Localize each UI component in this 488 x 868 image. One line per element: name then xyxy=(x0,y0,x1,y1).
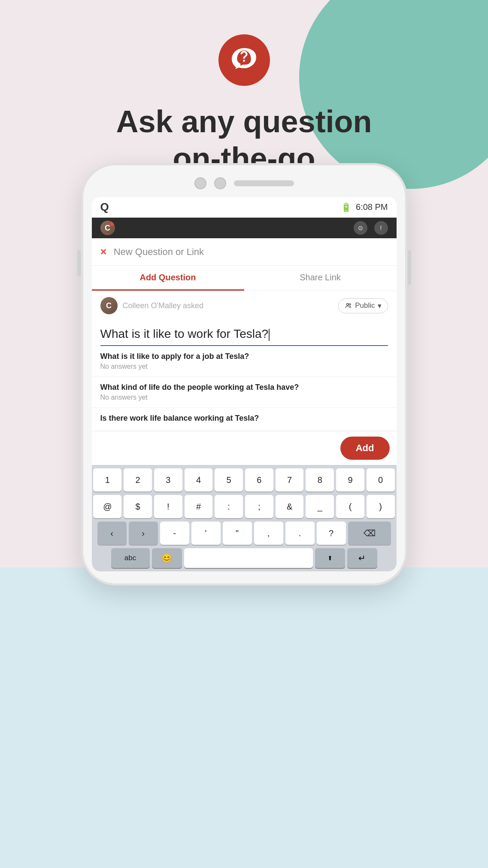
user-avatar-initials: C xyxy=(100,297,118,314)
key-mic-icon[interactable]: ⬆ xyxy=(315,548,345,568)
audience-chevron-icon: ▾ xyxy=(378,301,382,310)
keyboard-row-bottom: abc 😊 ⬆ ↵ xyxy=(94,548,395,568)
key-0[interactable]: 0 xyxy=(367,468,395,492)
background-light-blue xyxy=(0,568,488,868)
nav-search-icon[interactable]: ⊙ xyxy=(354,221,367,235)
suggestion-item-2[interactable]: Is there work life balance working at Te… xyxy=(92,408,397,431)
user-row: C Colleen O'Malley asked Public ▾ xyxy=(92,291,397,320)
audience-selector[interactable]: Public ▾ xyxy=(338,298,388,313)
key-emoji[interactable]: 😊 xyxy=(152,548,182,568)
key-dash[interactable]: - xyxy=(160,522,189,545)
key-ampersand[interactable]: & xyxy=(276,495,304,518)
key-exclaim[interactable]: ! xyxy=(154,495,182,518)
nav-alert-icon[interactable]: ! xyxy=(374,221,388,235)
key-left-arrow[interactable]: ‹ xyxy=(97,522,127,545)
key-openparen[interactable]: ( xyxy=(336,495,364,518)
battery-icon: 🔋 xyxy=(341,202,352,212)
question-input-value: What is it like to work for Tesla? xyxy=(100,327,269,340)
phone-screen: Q 🔋 6:08 PM C ⊙ ! × New Question or xyxy=(92,197,397,571)
suggestion-item-1[interactable]: What kind of life do the people working … xyxy=(92,377,397,408)
add-button[interactable]: Add xyxy=(340,437,390,460)
key-5[interactable]: 5 xyxy=(215,468,243,492)
key-question[interactable]: ? xyxy=(317,522,346,545)
tab-add-question[interactable]: Add Question xyxy=(92,266,244,291)
key-6[interactable]: 6 xyxy=(245,468,273,492)
keyboard-row-punct: ‹ › - ' " , . ? ⌫ xyxy=(94,522,395,545)
phone-body: Q 🔋 6:08 PM C ⊙ ! × New Question or xyxy=(81,163,407,586)
key-enter[interactable]: ↵ xyxy=(347,548,377,568)
keyboard-row-numbers: 1 2 3 4 5 6 7 8 9 0 xyxy=(94,468,395,492)
key-7[interactable]: 7 xyxy=(276,468,304,492)
key-underscore[interactable]: _ xyxy=(306,495,334,518)
app-nav-bar: C ⊙ ! xyxy=(92,218,397,238)
phone-camera-2 xyxy=(214,177,226,189)
key-quote[interactable]: " xyxy=(223,522,252,545)
phone-top-bar xyxy=(92,177,397,189)
phone-device: Q 🔋 6:08 PM C ⊙ ! × New Question or xyxy=(81,163,407,586)
phone-side-button-left xyxy=(77,250,81,276)
key-9[interactable]: 9 xyxy=(336,468,364,492)
user-name: Colleen O'Malley xyxy=(123,301,181,310)
key-8[interactable]: 8 xyxy=(306,468,334,492)
tabs-row: Add Question Share Link xyxy=(92,266,397,291)
audience-icon xyxy=(345,302,352,310)
app-logo: Q xyxy=(100,200,109,214)
status-time: 6:08 PM xyxy=(356,202,388,212)
svg-point-0 xyxy=(347,303,349,306)
key-at[interactable]: @ xyxy=(93,495,121,518)
key-closeparen[interactable]: ) xyxy=(367,495,395,518)
bottom-input-bar: Add xyxy=(92,431,397,465)
tab-share-link[interactable]: Share Link xyxy=(244,266,397,291)
headline-line1: Ask any question xyxy=(116,104,372,139)
key-hash[interactable]: # xyxy=(185,495,213,518)
suggestion-meta-0: No answers yet xyxy=(100,363,388,370)
header-section: Ask any question on-the-go xyxy=(0,0,488,177)
nav-user-avatar[interactable]: C xyxy=(100,221,115,235)
question-bubble-icon xyxy=(230,46,258,74)
question-icon-circle xyxy=(218,34,270,86)
key-semicolon[interactable]: ; xyxy=(245,495,273,518)
text-cursor xyxy=(269,329,270,341)
key-dollar[interactable]: $ xyxy=(124,495,152,518)
key-3[interactable]: 3 xyxy=(154,468,182,492)
close-button[interactable]: × xyxy=(100,245,107,258)
suggestion-question-0: What is it like to apply for a job at Te… xyxy=(100,352,388,361)
phone-speaker xyxy=(234,180,294,186)
suggestion-meta-1: No answers yet xyxy=(100,394,388,401)
user-asked-suffix: asked xyxy=(183,301,203,310)
suggestion-list: What is it like to apply for a job at Te… xyxy=(92,346,397,431)
key-apostrophe[interactable]: ' xyxy=(191,522,221,545)
user-asked-label: Colleen O'Malley asked xyxy=(123,301,333,310)
status-bar: Q 🔋 6:08 PM xyxy=(92,197,397,218)
key-1[interactable]: 1 xyxy=(93,468,121,492)
phone-side-button-right xyxy=(408,250,411,285)
key-4[interactable]: 4 xyxy=(185,468,213,492)
suggestion-question-2: Is there work life balance working at Te… xyxy=(100,414,388,423)
key-period[interactable]: . xyxy=(285,522,315,545)
avatar-img: C xyxy=(100,221,115,235)
key-colon[interactable]: : xyxy=(215,495,243,518)
svg-point-1 xyxy=(349,303,351,305)
nav-icons: ⊙ ! xyxy=(354,221,388,235)
phone-camera-1 xyxy=(194,177,206,189)
dialog-title: New Question or Link xyxy=(114,246,204,258)
keyboard-row-symbols: @ $ ! # : ; & _ ( ) xyxy=(94,495,395,518)
key-abc[interactable]: abc xyxy=(111,548,150,568)
status-right: 🔋 6:08 PM xyxy=(341,202,388,212)
user-avatar: C xyxy=(100,297,118,314)
key-right-arrow[interactable]: › xyxy=(129,522,158,545)
question-text[interactable]: What is it like to work for Tesla? xyxy=(100,326,388,342)
suggestion-item-0[interactable]: What is it like to apply for a job at Te… xyxy=(92,346,397,377)
question-input-area[interactable]: What is it like to work for Tesla? xyxy=(92,320,397,346)
dialog-header: × New Question or Link xyxy=(92,238,397,266)
suggestion-question-1: What kind of life do the people working … xyxy=(100,383,388,392)
key-2[interactable]: 2 xyxy=(124,468,152,492)
key-spacebar[interactable] xyxy=(184,548,313,568)
key-backspace[interactable]: ⌫ xyxy=(348,522,391,545)
audience-label: Public xyxy=(355,301,375,310)
key-comma[interactable]: , xyxy=(254,522,283,545)
keyboard: 1 2 3 4 5 6 7 8 9 0 @ $ ! # : xyxy=(92,465,397,571)
